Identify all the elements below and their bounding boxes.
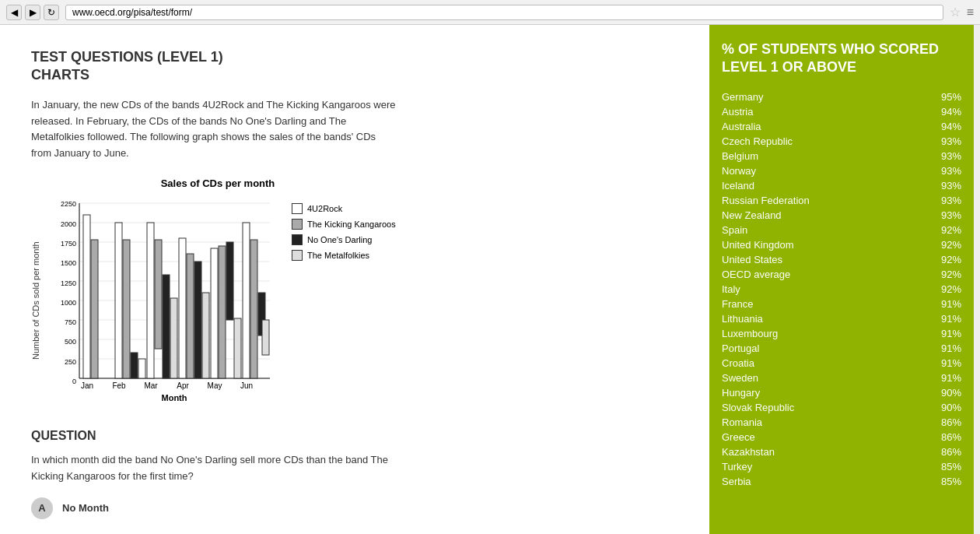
- country-pct: 91%: [941, 313, 961, 325]
- country-row: Lithuania 91%: [722, 311, 961, 326]
- country-row: Serbia 85%: [722, 474, 961, 489]
- chart-wrapper: Sales of CDs per month Number of CDs sol…: [31, 177, 404, 406]
- svg-text:2250: 2250: [61, 200, 76, 208]
- country-name: Slovak Republic: [722, 402, 794, 413]
- answer-option-a[interactable]: A No Month: [31, 497, 686, 519]
- country-pct: 92%: [941, 224, 961, 236]
- legend-color-kicking: [292, 219, 303, 230]
- country-pct: 91%: [941, 298, 961, 310]
- chart-and-legend: 2250 2000 1750 1500 1250 1000 750 500 25…: [50, 195, 404, 406]
- legend-label-4u2rock: 4U2Rock: [307, 204, 342, 213]
- y-axis-label: Number of CDs sold per month: [31, 195, 47, 406]
- country-pct: 90%: [941, 387, 961, 399]
- svg-text:0: 0: [72, 378, 76, 385]
- country-row: Czech Republic 93%: [722, 134, 961, 149]
- svg-rect-24: [123, 240, 130, 378]
- question-text: In which month did the band No One's Dar…: [31, 452, 397, 485]
- country-pct: 93%: [941, 135, 961, 147]
- country-name: United States: [722, 254, 782, 265]
- svg-rect-25: [131, 353, 138, 378]
- country-row: Australia 94%: [722, 119, 961, 134]
- svg-text:Jan: Jan: [81, 381, 93, 390]
- country-pct: 94%: [941, 106, 961, 118]
- country-row: Russian Federation 93%: [722, 193, 961, 208]
- menu-icon[interactable]: ≡: [967, 5, 974, 19]
- country-name: Austria: [722, 106, 753, 118]
- chart-container: Sales of CDs per month Number of CDs sol…: [31, 177, 686, 406]
- legend-item-4u2rock: 4U2Rock: [292, 203, 396, 214]
- bar-chart-svg: 2250 2000 1750 1500 1250 1000 750 500 25…: [50, 195, 279, 406]
- legend-color-noone: [292, 234, 303, 245]
- answer-text-a: No Month: [62, 502, 109, 514]
- country-name: Kazakhstan: [722, 446, 775, 458]
- country-pct: 95%: [941, 91, 961, 103]
- back-button[interactable]: ◀: [6, 5, 22, 20]
- svg-text:1750: 1750: [61, 240, 76, 248]
- country-pct: 85%: [941, 461, 961, 473]
- scrollbar[interactable]: [974, 25, 980, 534]
- country-row: Italy 92%: [722, 282, 961, 297]
- forward-button[interactable]: ▶: [25, 5, 40, 20]
- legend-label-kicking: The Kicking Kangaroos: [307, 220, 396, 229]
- country-row: OECD average 92%: [722, 267, 961, 282]
- legend-label-noone: No One's Darling: [307, 235, 372, 244]
- country-pct: 91%: [941, 328, 961, 339]
- reload-button[interactable]: ↻: [44, 5, 59, 20]
- svg-text:Month: Month: [162, 393, 187, 402]
- country-pct: 85%: [941, 476, 961, 487]
- svg-rect-33: [194, 262, 201, 378]
- country-name: Luxembourg: [722, 328, 778, 339]
- svg-text:1250: 1250: [61, 279, 76, 287]
- svg-rect-35: [211, 248, 218, 378]
- country-name: United Kingdom: [722, 239, 794, 251]
- country-pct: 93%: [941, 195, 961, 206]
- country-pct: 86%: [941, 416, 961, 428]
- page-layout: TEST QUESTIONS (LEVEL 1)CHARTS In Januar…: [0, 25, 980, 534]
- country-list: Germany 95% Austria 94% Australia 94% Cz…: [722, 90, 961, 489]
- legend-item-metal: The Metalfolkies: [292, 250, 396, 261]
- legend-color-metal: [292, 250, 303, 261]
- country-name: Australia: [722, 121, 761, 132]
- svg-rect-31: [179, 238, 186, 378]
- legend-item-noone: No One's Darling: [292, 234, 396, 245]
- legend-item-kicking: The Kicking Kangaroos: [292, 219, 396, 230]
- country-row: Croatia 91%: [722, 356, 961, 371]
- country-pct: 92%: [941, 269, 961, 280]
- svg-rect-29: [163, 275, 170, 378]
- svg-text:Apr: Apr: [177, 381, 189, 390]
- svg-text:Jun: Jun: [240, 381, 253, 390]
- country-pct: 92%: [941, 239, 961, 251]
- country-name: Germany: [722, 91, 763, 103]
- address-bar[interactable]: [65, 5, 943, 20]
- country-pct: 93%: [941, 180, 961, 191]
- country-row: Turkey 85%: [722, 459, 961, 474]
- country-row: New Zealand 93%: [722, 208, 961, 223]
- country-name: New Zealand: [722, 209, 782, 221]
- intro-text: In January, the new CDs of the bands 4U2…: [31, 97, 397, 162]
- legend-label-metal: The Metalfolkies: [307, 251, 369, 260]
- country-pct: 93%: [941, 209, 961, 221]
- country-pct: 94%: [941, 121, 961, 132]
- country-name: Italy: [722, 283, 740, 295]
- browser-toolbar: ◀ ▶ ↻ ☆ ≡: [0, 0, 980, 25]
- country-name: France: [722, 298, 753, 310]
- country-name: Iceland: [722, 180, 754, 191]
- country-name: Spain: [722, 224, 747, 236]
- country-row: Spain 92%: [722, 223, 961, 237]
- country-name: Russian Federation: [722, 195, 810, 206]
- svg-text:2000: 2000: [61, 220, 76, 228]
- legend-color-4u2rock: [292, 203, 303, 214]
- country-row: Portugal 91%: [722, 341, 961, 356]
- chart-area: Number of CDs sold per month 2250 2000: [31, 195, 404, 406]
- bookmark-icon[interactable]: ☆: [950, 5, 961, 19]
- svg-text:Mar: Mar: [144, 381, 158, 390]
- svg-rect-27: [147, 223, 154, 378]
- country-name: Portugal: [722, 343, 759, 354]
- question-section: QUESTION In which month did the band No …: [31, 429, 686, 519]
- country-name: Lithuania: [722, 313, 763, 325]
- svg-rect-38: [234, 318, 241, 378]
- svg-text:1000: 1000: [61, 299, 76, 307]
- country-name: Czech Republic: [722, 135, 793, 147]
- country-row: France 91%: [722, 297, 961, 311]
- nav-controls: ◀ ▶ ↻: [6, 5, 59, 20]
